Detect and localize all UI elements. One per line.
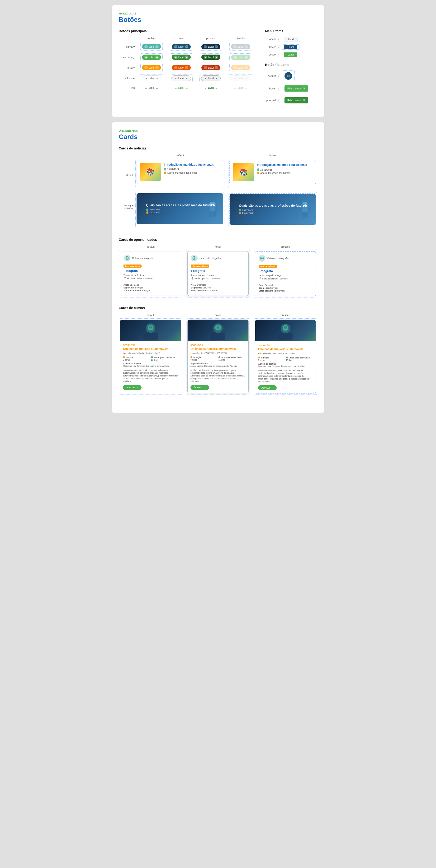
curso-access-button[interactable]: Acessar →	[258, 385, 277, 390]
state-column-hover: 📚 Introdução às matérias educacionais ● …	[228, 159, 317, 188]
curso-card-body: SEBRAE/SC Oficinas de funilaria sustentá…	[187, 341, 249, 393]
float-btn-pressed[interactable]: Fale conosco ✉	[285, 97, 308, 103]
btn-tertiary-pressed[interactable]: ☁Label☁	[201, 65, 221, 70]
curly-brace: {	[278, 37, 280, 42]
curso-card-pressed[interactable]: SEBRAE/SC Oficinas de funilaria sustentá…	[255, 319, 316, 394]
curso-prazo: Prazo para conclusão 15 dias	[151, 356, 178, 361]
btn-tertiary-enabled[interactable]: ☁Label☁	[142, 65, 161, 70]
btn-allwhite-hover[interactable]: ☁Label☁	[171, 75, 191, 81]
curso-card-image	[120, 320, 181, 341]
btn-secondary-enabled[interactable]: ☁Label☁	[142, 55, 161, 60]
destaque-author: Lucas Rack	[146, 211, 214, 214]
user-icon	[146, 211, 148, 214]
curso-target: A quem se destina Microempresa, Empresa …	[191, 363, 245, 367]
botoes-main: Botões principais enabled hover pressed …	[119, 29, 256, 107]
curso-description: No decorrer do curso, você compreenderá …	[123, 369, 178, 383]
curso-card-body: SEBRAE/SC Oficinas de funilaria sustentá…	[120, 341, 181, 393]
btn-tertiary-hover[interactable]: ☁Label☁	[172, 65, 191, 70]
curso-card-default[interactable]: SEBRAE/SC Oficinas de funilaria sustentá…	[120, 319, 181, 393]
menu-item-hover[interactable]: Label	[284, 45, 297, 49]
btn-primary-enabled[interactable]: ☁Label☁	[142, 44, 161, 49]
state-column-hover: Quais são as áreas e as profissões do fu…	[228, 192, 317, 229]
curso-info-grid: Duração 3 horas Prazo para conclusão 15 …	[191, 356, 245, 361]
oport-card-default[interactable]: Catavento fotografia Com experiência Fot…	[120, 251, 181, 296]
float-btn-default-box: ✉	[282, 70, 295, 81]
menu-item-default[interactable]: Label	[284, 37, 298, 42]
clock-icon	[191, 356, 192, 358]
job-setor: Setor econômico: Serviços	[191, 289, 245, 292]
news-card-hover[interactable]: 📚 Introdução às matérias educacionais ● …	[229, 160, 316, 184]
destaque-card-default[interactable]: Quais são as áreas e as profissões do fu…	[137, 193, 223, 224]
curso-target: A quem se destina Microempresa, Empresa …	[123, 363, 178, 367]
state-enabled: enabled	[137, 37, 166, 41]
location-icon: 📍	[191, 277, 194, 280]
btn-primary-hover[interactable]: ☁Label☁	[172, 44, 191, 49]
btn-link-hover[interactable]: ☁Label☁	[172, 85, 191, 90]
curso-card-hover[interactable]: SEBRAE/SC Oficinas de funilaria sustentá…	[187, 319, 249, 393]
list-item: pressed { Fale conosco ✉	[265, 96, 317, 105]
menu-item-active[interactable]: Label	[284, 53, 297, 57]
job-type: Tempo Integral • 1 vaga	[191, 274, 245, 276]
curly-brace: {	[278, 98, 280, 103]
curly-brace: {	[278, 44, 280, 50]
btn-secondary-pressed[interactable]: ☁Label☁	[201, 55, 221, 60]
organisms-title: Cards	[119, 133, 317, 141]
destaque-text: Quais são as áreas e as profissões do fu…	[146, 203, 214, 214]
oport-card-pressed[interactable]: Catavento fotografia Com experiência Fot…	[255, 251, 316, 296]
curso-card-body: SEBRAE/SC Oficinas de funilaria sustentá…	[255, 341, 316, 393]
state-disabled: disabled	[226, 37, 256, 41]
btn-allwhite-enabled[interactable]: ☁Label☁	[142, 75, 161, 81]
svg-rect-26	[278, 333, 293, 340]
botoes-principais-title: Botões principais	[119, 29, 256, 33]
card-dashed-wrapper: Quais são as áreas e as profissões do fu…	[135, 192, 225, 228]
curso-access-button[interactable]: Acessar →	[123, 385, 142, 390]
btn-primary-disabled: ☁Label☁	[231, 44, 250, 49]
curso-card-image	[187, 320, 249, 341]
curso-access-button[interactable]: Acessar →	[191, 385, 209, 390]
destaque-title: Quais são as áreas e as profissões do fu…	[146, 203, 214, 207]
col-header-default: default	[135, 154, 225, 157]
botoes-right: Menu Items default { Label hover { Label	[265, 29, 317, 107]
calendar-icon: ●	[257, 168, 259, 171]
location-icon: 📍	[259, 277, 261, 280]
card-dashed-wrapper: 📚 Introdução às matérias educacionais ● …	[135, 159, 225, 188]
curso-provider: SEBRAE/SC	[191, 344, 245, 346]
curso-info-grid: Duração 3 horas Prazo para conclusão 15 …	[258, 356, 313, 361]
calendar-icon	[151, 356, 153, 358]
curso-dashed-pressed: SEBRAE/SC Oficinas de funilaria sustentá…	[254, 318, 317, 395]
news-card-default[interactable]: 📚 Introdução às matérias educacionais ● …	[137, 160, 223, 184]
float-btn-hover[interactable]: Fale conosco ✉	[285, 85, 308, 92]
molecules-tag: Moléculas	[119, 12, 317, 15]
menu-item-hover-box: Label	[282, 44, 299, 50]
news-destaque-row: Quais são as áreas e as profissões do fu…	[135, 192, 317, 229]
card-title: Introdução às matérias educacionais	[257, 163, 307, 167]
curso-prazo: Prazo para conclusão 15 dias	[286, 356, 313, 361]
card-body: Introdução às matérias educacionais ● 26…	[164, 163, 214, 181]
oport-logo	[191, 255, 198, 261]
btn-secondary-hover[interactable]: ☁Label☁	[172, 55, 191, 60]
btn-link-pressed[interactable]: ☁Label☁	[201, 85, 221, 90]
destaque-card-hover[interactable]: Quais são as áreas e as profissões do fu…	[229, 193, 316, 225]
svg-rect-5	[215, 206, 217, 211]
oport-card-hover[interactable]: Catavento fotografia Com experiência Fot…	[187, 251, 249, 296]
curso-title: Oficinas de funilaria sustentáveis	[123, 347, 178, 351]
destaque-date: 23/07/2021	[146, 209, 214, 211]
oport-dashed-pressed: Catavento fotografia Com experiência Fot…	[254, 250, 317, 298]
course-illustration-icon	[141, 321, 160, 340]
cursos-section: Cards de cursos default hover pressed	[119, 306, 317, 395]
job-segmento: Segmento: Serviços	[191, 286, 245, 289]
company-logo-icon	[125, 256, 129, 260]
company-name: Catavento fotografia	[267, 257, 289, 260]
curso-card-image	[255, 320, 316, 341]
curso-info-grid: Duração 3 horas Prazo para conclusão 15 …	[123, 356, 178, 361]
float-btn-icon-default[interactable]: ✉	[285, 72, 292, 80]
btn-allwhite-pressed[interactable]: ☁Label☁	[201, 75, 221, 81]
curso-description: No decorrer do curso, você compreenderá …	[191, 369, 245, 383]
btn-link-enabled[interactable]: ☁Label☁	[142, 85, 161, 90]
float-default-label: default	[265, 74, 276, 78]
job-setor: Setor econômico: Serviços	[259, 290, 312, 292]
menu-hover-label: hover	[265, 45, 276, 49]
experience-badge: Com experiência	[259, 265, 277, 268]
btn-primary-pressed[interactable]: ☁Label☁	[201, 44, 221, 49]
clock-icon	[123, 356, 125, 358]
